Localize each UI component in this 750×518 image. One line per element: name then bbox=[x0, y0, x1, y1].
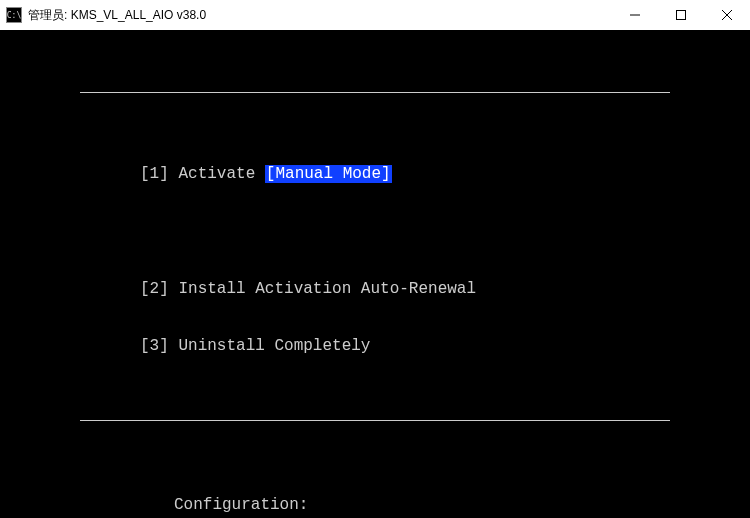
menu-item-install: [2] Install Activation Auto-Renewal bbox=[0, 280, 750, 299]
cmd-icon: C:\ bbox=[6, 7, 22, 23]
menu-label: Install Activation Auto-Renewal bbox=[178, 280, 476, 298]
menu-item-activate: [1] Activate [Manual Mode] bbox=[0, 165, 750, 184]
console-area[interactable]: [1] Activate [Manual Mode] [2] Install A… bbox=[0, 30, 750, 518]
menu-key: [2] bbox=[140, 280, 169, 298]
menu-key: [3] bbox=[140, 337, 169, 355]
divider bbox=[80, 420, 670, 421]
minimize-button[interactable] bbox=[612, 0, 658, 30]
titlebar: C:\ 管理员: KMS_VL_ALL_AIO v38.0 bbox=[0, 0, 750, 30]
highlight-mode: [Manual Mode] bbox=[265, 165, 392, 183]
close-button[interactable] bbox=[704, 0, 750, 30]
window-title: 管理员: KMS_VL_ALL_AIO v38.0 bbox=[28, 7, 612, 24]
svg-rect-1 bbox=[677, 11, 686, 20]
spacer bbox=[0, 222, 750, 241]
app-window: C:\ 管理员: KMS_VL_ALL_AIO v38.0 [1] Activa… bbox=[0, 0, 750, 518]
maximize-button[interactable] bbox=[658, 0, 704, 30]
divider bbox=[80, 92, 670, 93]
menu-label: Activate bbox=[178, 165, 264, 183]
window-controls bbox=[612, 0, 750, 30]
section-heading-config: Configuration: bbox=[0, 496, 750, 515]
menu-key: [1] bbox=[140, 165, 169, 183]
heading-text: Configuration: bbox=[174, 496, 308, 514]
menu-item-uninstall: [3] Uninstall Completely bbox=[0, 337, 750, 356]
menu-label: Uninstall Completely bbox=[178, 337, 370, 355]
